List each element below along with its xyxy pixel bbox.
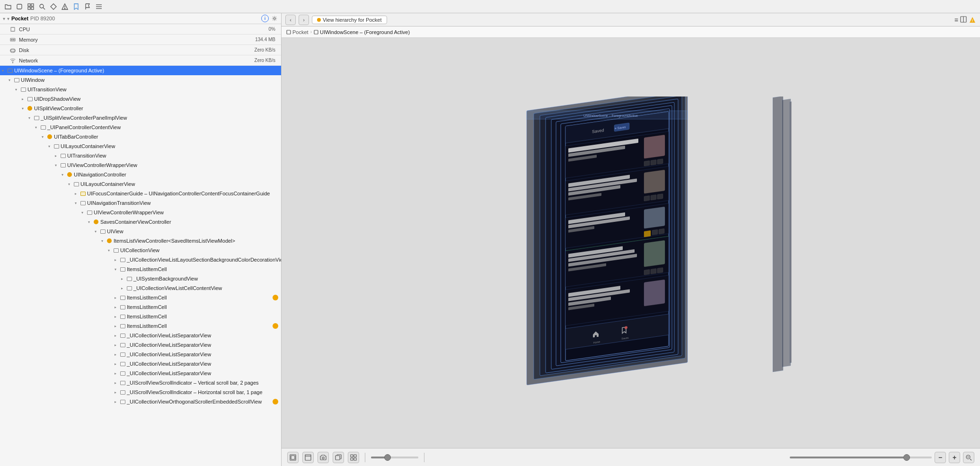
tree-row[interactable]: _UICollectionViewListLayoutSectionBackgr… bbox=[0, 255, 281, 264]
tree-row[interactable]: UIWindow bbox=[0, 75, 281, 85]
tree-arrow[interactable] bbox=[99, 238, 105, 244]
tree-arrow[interactable] bbox=[113, 389, 118, 395]
tree-row[interactable]: UIView bbox=[0, 227, 281, 236]
spacing-slider[interactable] bbox=[371, 457, 418, 458]
frame-button[interactable] bbox=[302, 452, 314, 463]
tree-row[interactable]: ItemsListItemCell bbox=[0, 321, 281, 331]
grid-toggle-button[interactable] bbox=[348, 452, 359, 463]
zoom-actual-button[interactable] bbox=[963, 452, 974, 463]
folder-icon[interactable] bbox=[4, 2, 12, 11]
diamond-icon[interactable] bbox=[49, 2, 58, 11]
search-icon[interactable] bbox=[38, 2, 46, 11]
tree-row[interactable]: _UICollectionViewListCellContentView bbox=[0, 283, 281, 293]
tree-row[interactable]: UILayoutContainerView bbox=[0, 141, 281, 151]
tree-row[interactable]: _UICollectionViewListSeparatorView bbox=[0, 369, 281, 378]
tree-arrow[interactable] bbox=[113, 295, 118, 300]
grid-icon[interactable] bbox=[26, 2, 35, 11]
list-icon[interactable] bbox=[95, 2, 103, 11]
view-hierarchy-tab[interactable]: View hierarchy for Pocket bbox=[312, 16, 387, 24]
back-button[interactable]: ‹ bbox=[285, 15, 296, 25]
tree-arrow[interactable] bbox=[73, 191, 79, 196]
tree-arrow[interactable] bbox=[93, 229, 98, 234]
tree-row[interactable]: _UICollectionViewListSeparatorView bbox=[0, 359, 281, 369]
tree-arrow[interactable] bbox=[60, 172, 65, 177]
tree-row[interactable]: _UICollectionViewOrthogonalScrollerEmbed… bbox=[0, 397, 281, 406]
tree-arrow[interactable] bbox=[86, 219, 92, 225]
tree-row[interactable]: UINavigationController bbox=[0, 170, 281, 179]
snapshot-button[interactable] bbox=[318, 452, 329, 463]
tree-arrow[interactable] bbox=[106, 247, 112, 253]
tree-row[interactable]: UIFocusContainerGuide – UINavigationCont… bbox=[0, 189, 281, 198]
disk-row[interactable]: Disk Zero KB/s bbox=[0, 45, 281, 55]
tree-row[interactable]: ItemsListItemCell bbox=[0, 264, 281, 274]
tree-row[interactable]: _UIScrollViewScrollIndicator – Vertical … bbox=[0, 378, 281, 387]
clone-button[interactable] bbox=[333, 452, 344, 463]
tree-arrow[interactable] bbox=[119, 285, 125, 291]
tree-arrow[interactable] bbox=[53, 162, 59, 168]
tree-arrow[interactable] bbox=[53, 153, 59, 158]
zoom-in-button[interactable]: + bbox=[949, 452, 960, 463]
tree-row[interactable]: _UIPanelControllerContentView bbox=[0, 123, 281, 132]
bookmark-icon[interactable] bbox=[72, 2, 80, 11]
tree-row[interactable]: UILayoutContainerView bbox=[0, 179, 281, 189]
info-icon[interactable]: i bbox=[261, 15, 269, 22]
tree-row[interactable]: _UISystemBackgroundView bbox=[0, 274, 281, 283]
zoom-slider[interactable] bbox=[790, 457, 932, 458]
tree-arrow[interactable] bbox=[113, 323, 118, 329]
tree-arrow[interactable] bbox=[113, 361, 118, 367]
tree-arrow[interactable] bbox=[0, 68, 6, 73]
tree-arrow[interactable] bbox=[73, 200, 79, 206]
tree-row[interactable]: SavesContainerViewController bbox=[0, 217, 281, 227]
fit-button[interactable] bbox=[287, 452, 299, 463]
tree-arrow[interactable] bbox=[20, 96, 26, 102]
stop-icon[interactable] bbox=[15, 2, 24, 11]
tree-arrow[interactable] bbox=[113, 352, 118, 357]
tree-arrow[interactable] bbox=[33, 124, 39, 130]
tree-row[interactable]: UISplitViewController bbox=[0, 104, 281, 113]
tree-row[interactable]: UIWindowScene – (Foreground Active) bbox=[0, 66, 281, 75]
tree-arrow[interactable] bbox=[113, 304, 118, 310]
tree-arrow[interactable] bbox=[20, 106, 26, 111]
app-name[interactable]: Pocket bbox=[11, 16, 28, 21]
lines-icon[interactable]: ≡ bbox=[954, 16, 958, 24]
tree-arrow[interactable] bbox=[113, 266, 118, 272]
tree-row[interactable]: UIViewControllerWrapperView bbox=[0, 160, 281, 170]
tree-row[interactable]: UIDropShadowView bbox=[0, 94, 281, 104]
tree-arrow[interactable] bbox=[79, 210, 85, 215]
tree-arrow[interactable] bbox=[119, 276, 125, 281]
tree-arrow[interactable] bbox=[40, 134, 45, 140]
tree-arrow[interactable] bbox=[113, 380, 118, 386]
forward-button[interactable]: › bbox=[299, 15, 309, 25]
tree-row[interactable]: UIViewControllerWrapperView bbox=[0, 208, 281, 217]
tree-arrow[interactable] bbox=[46, 143, 52, 149]
tree-row[interactable]: _UICollectionViewListSeparatorView bbox=[0, 340, 281, 350]
tree-row[interactable]: ItemsListItemCell bbox=[0, 293, 281, 302]
tree-row[interactable]: _UICollectionViewListSeparatorView bbox=[0, 350, 281, 359]
tree-arrow[interactable] bbox=[113, 370, 118, 376]
tree-arrow[interactable] bbox=[113, 333, 118, 338]
tree-row[interactable]: UINavigationTransitionView bbox=[0, 198, 281, 208]
tree-row[interactable]: UICollectionView bbox=[0, 246, 281, 255]
3d-view-area[interactable]: Saved ≡ Saves bbox=[282, 38, 980, 448]
cpu-row[interactable]: CPU 0% bbox=[0, 24, 281, 35]
tree-row[interactable]: UITransitionView bbox=[0, 151, 281, 160]
tree-row[interactable]: ItemsListItemCell bbox=[0, 302, 281, 312]
tree-row[interactable]: _UISplitViewControllerPanelImplView bbox=[0, 113, 281, 123]
breadcrumb-item-uiwindowscene[interactable]: UIWindowScene – (Foreground Active) bbox=[314, 29, 410, 35]
tree-row[interactable]: UITabBarController bbox=[0, 132, 281, 141]
tree-row[interactable]: _UICollectionViewListSeparatorView bbox=[0, 331, 281, 340]
tree-arrow[interactable] bbox=[26, 115, 32, 121]
warning-icon[interactable] bbox=[61, 2, 69, 11]
split-icon[interactable] bbox=[960, 16, 967, 24]
tree-row[interactable]: ItemsListItemCell bbox=[0, 312, 281, 321]
tree-arrow[interactable] bbox=[113, 257, 118, 263]
tree-row[interactable]: ItemsListViewController<SavedItemsListVi… bbox=[0, 236, 281, 246]
tree-arrow[interactable] bbox=[113, 399, 118, 404]
zoom-out-button[interactable]: − bbox=[935, 452, 946, 463]
tree-arrow[interactable] bbox=[7, 77, 12, 83]
tree-arrow[interactable] bbox=[66, 181, 72, 187]
settings-icon[interactable] bbox=[271, 15, 278, 22]
flag-icon[interactable] bbox=[83, 2, 92, 11]
tree-arrow[interactable] bbox=[13, 87, 19, 92]
tree-row[interactable]: _UIScrollViewScrollIndicator – Horizonta… bbox=[0, 387, 281, 397]
